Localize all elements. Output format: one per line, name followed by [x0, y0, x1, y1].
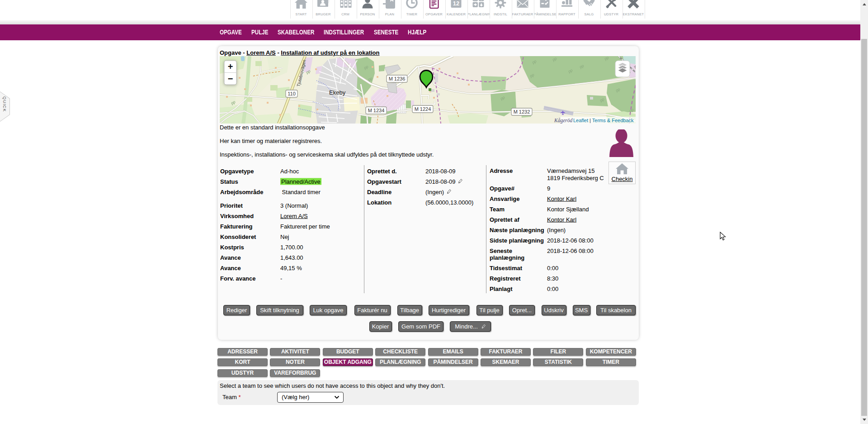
- svg-text:M 1236: M 1236: [389, 76, 406, 81]
- svg-text:12: 12: [453, 0, 459, 7]
- svg-text:M 1224: M 1224: [415, 106, 431, 112]
- svg-text:M 1234: M 1234: [368, 108, 385, 113]
- svg-text:+: +: [228, 62, 233, 71]
- svg-text:Kågeröd: Kågeröd: [554, 118, 573, 124]
- svg-text:M 1232: M 1232: [514, 109, 530, 114]
- svg-text:Ekeby: Ekeby: [329, 89, 346, 96]
- svg-text:−: −: [228, 74, 233, 84]
- svg-text:Leaflet | Terms & Feedback: Leaflet | Terms & Feedback: [573, 118, 634, 123]
- svg-text:110: 110: [288, 91, 296, 96]
